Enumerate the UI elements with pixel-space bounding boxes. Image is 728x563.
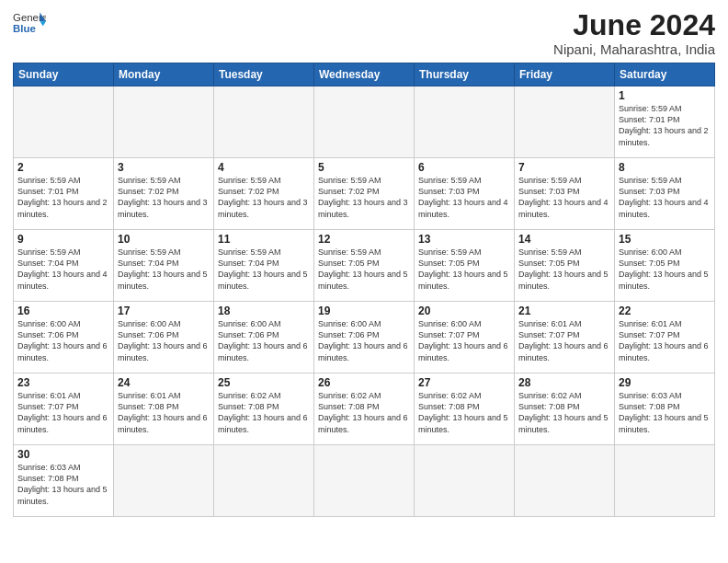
calendar-table: Sunday Monday Tuesday Wednesday Thursday…: [13, 63, 715, 517]
month-year-title: June 2024: [553, 9, 715, 41]
day-number: 6: [418, 161, 510, 174]
svg-marker-3: [40, 21, 46, 26]
table-row: 1Sunrise: 5:59 AM Sunset: 7:01 PM Daylig…: [615, 86, 715, 158]
day-info: Sunrise: 6:01 AM Sunset: 7:07 PM Dayligh…: [619, 318, 711, 363]
table-row: 21Sunrise: 6:01 AM Sunset: 7:07 PM Dayli…: [515, 302, 615, 373]
table-row: 6Sunrise: 5:59 AM Sunset: 7:03 PM Daylig…: [415, 158, 515, 230]
day-number: 21: [518, 304, 610, 317]
table-row: [415, 445, 515, 517]
day-number: 3: [118, 161, 210, 174]
day-info: Sunrise: 6:02 AM Sunset: 7:08 PM Dayligh…: [518, 390, 610, 435]
header-saturday: Saturday: [615, 63, 715, 86]
table-row: 10Sunrise: 5:59 AM Sunset: 7:04 PM Dayli…: [114, 230, 214, 302]
header: General Blue June 2024 Nipani, Maharasht…: [13, 9, 715, 57]
header-monday: Monday: [114, 63, 214, 86]
day-number: 27: [418, 376, 510, 389]
table-row: 3Sunrise: 5:59 AM Sunset: 7:02 PM Daylig…: [114, 158, 214, 230]
calendar-body: 1Sunrise: 5:59 AM Sunset: 7:01 PM Daylig…: [14, 86, 715, 517]
table-row: 13Sunrise: 5:59 AM Sunset: 7:05 PM Dayli…: [415, 230, 515, 302]
svg-text:Blue: Blue: [13, 23, 36, 34]
day-number: 24: [118, 376, 210, 389]
day-info: Sunrise: 5:59 AM Sunset: 7:05 PM Dayligh…: [418, 247, 510, 292]
header-friday: Friday: [515, 63, 615, 86]
day-number: 26: [318, 376, 410, 389]
table-row: 22Sunrise: 6:01 AM Sunset: 7:07 PM Dayli…: [615, 302, 715, 373]
day-info: Sunrise: 5:59 AM Sunset: 7:03 PM Dayligh…: [518, 175, 610, 220]
table-row: 9Sunrise: 5:59 AM Sunset: 7:04 PM Daylig…: [14, 230, 114, 302]
day-info: Sunrise: 6:02 AM Sunset: 7:08 PM Dayligh…: [418, 390, 510, 435]
day-number: 7: [518, 161, 610, 174]
day-info: Sunrise: 6:00 AM Sunset: 7:05 PM Dayligh…: [619, 247, 711, 292]
day-info: Sunrise: 5:59 AM Sunset: 7:03 PM Dayligh…: [619, 175, 711, 220]
table-row: 8Sunrise: 5:59 AM Sunset: 7:03 PM Daylig…: [615, 158, 715, 230]
calendar-header: Sunday Monday Tuesday Wednesday Thursday…: [14, 63, 715, 86]
day-info: Sunrise: 6:00 AM Sunset: 7:06 PM Dayligh…: [318, 318, 410, 363]
header-sunday: Sunday: [14, 63, 114, 86]
table-row: [515, 86, 615, 158]
day-number: 15: [619, 233, 711, 246]
day-number: 16: [17, 304, 109, 317]
table-row: 19Sunrise: 6:00 AM Sunset: 7:06 PM Dayli…: [314, 302, 415, 373]
table-row: 2Sunrise: 5:59 AM Sunset: 7:01 PM Daylig…: [14, 158, 114, 230]
day-info: Sunrise: 6:01 AM Sunset: 7:07 PM Dayligh…: [518, 318, 610, 363]
day-number: 1: [619, 89, 711, 102]
logo: General Blue: [13, 9, 48, 37]
day-number: 13: [418, 233, 510, 246]
header-wednesday: Wednesday: [314, 63, 415, 86]
day-info: Sunrise: 5:59 AM Sunset: 7:05 PM Dayligh…: [318, 247, 410, 292]
day-number: 23: [17, 376, 109, 389]
table-row: 16Sunrise: 6:00 AM Sunset: 7:06 PM Dayli…: [14, 302, 114, 373]
day-number: 29: [619, 376, 711, 389]
day-number: 25: [218, 376, 310, 389]
table-row: [14, 86, 114, 158]
header-thursday: Thursday: [415, 63, 515, 86]
table-row: 4Sunrise: 5:59 AM Sunset: 7:02 PM Daylig…: [214, 158, 314, 230]
table-row: 20Sunrise: 6:00 AM Sunset: 7:07 PM Dayli…: [415, 302, 515, 373]
table-row: 5Sunrise: 5:59 AM Sunset: 7:02 PM Daylig…: [314, 158, 415, 230]
table-row: [214, 86, 314, 158]
table-row: 23Sunrise: 6:01 AM Sunset: 7:07 PM Dayli…: [14, 373, 114, 445]
day-info: Sunrise: 5:59 AM Sunset: 7:03 PM Dayligh…: [418, 175, 510, 220]
page: General Blue June 2024 Nipani, Maharasht…: [0, 0, 728, 563]
day-number: 28: [518, 376, 610, 389]
table-row: 29Sunrise: 6:03 AM Sunset: 7:08 PM Dayli…: [615, 373, 715, 445]
day-number: 30: [17, 448, 109, 461]
day-number: 8: [619, 161, 711, 174]
day-info: Sunrise: 6:00 AM Sunset: 7:07 PM Dayligh…: [418, 318, 510, 363]
day-number: 2: [17, 161, 109, 174]
table-row: 18Sunrise: 6:00 AM Sunset: 7:06 PM Dayli…: [214, 302, 314, 373]
day-number: 18: [218, 304, 310, 317]
day-number: 5: [318, 161, 410, 174]
day-info: Sunrise: 5:59 AM Sunset: 7:04 PM Dayligh…: [118, 247, 210, 292]
day-info: Sunrise: 6:00 AM Sunset: 7:06 PM Dayligh…: [118, 318, 210, 363]
day-number: 11: [218, 233, 310, 246]
table-row: 28Sunrise: 6:02 AM Sunset: 7:08 PM Dayli…: [515, 373, 615, 445]
day-info: Sunrise: 6:03 AM Sunset: 7:08 PM Dayligh…: [619, 390, 711, 435]
day-info: Sunrise: 6:02 AM Sunset: 7:08 PM Dayligh…: [318, 390, 410, 435]
day-number: 9: [17, 233, 109, 246]
day-info: Sunrise: 5:59 AM Sunset: 7:02 PM Dayligh…: [118, 175, 210, 220]
header-tuesday: Tuesday: [214, 63, 314, 86]
day-info: Sunrise: 6:02 AM Sunset: 7:08 PM Dayligh…: [218, 390, 310, 435]
day-info: Sunrise: 5:59 AM Sunset: 7:01 PM Dayligh…: [619, 103, 711, 148]
day-info: Sunrise: 5:59 AM Sunset: 7:02 PM Dayligh…: [218, 175, 310, 220]
day-number: 19: [318, 304, 410, 317]
day-info: Sunrise: 5:59 AM Sunset: 7:04 PM Dayligh…: [17, 247, 109, 292]
day-info: Sunrise: 6:01 AM Sunset: 7:07 PM Dayligh…: [17, 390, 109, 435]
day-number: 10: [118, 233, 210, 246]
day-info: Sunrise: 6:00 AM Sunset: 7:06 PM Dayligh…: [218, 318, 310, 363]
table-row: 30Sunrise: 6:03 AM Sunset: 7:08 PM Dayli…: [14, 445, 114, 517]
table-row: [114, 86, 214, 158]
day-number: 22: [619, 304, 711, 317]
table-row: 15Sunrise: 6:00 AM Sunset: 7:05 PM Dayli…: [615, 230, 715, 302]
day-number: 20: [418, 304, 510, 317]
day-info: Sunrise: 6:00 AM Sunset: 7:06 PM Dayligh…: [17, 318, 109, 363]
day-info: Sunrise: 5:59 AM Sunset: 7:04 PM Dayligh…: [218, 247, 310, 292]
table-row: 14Sunrise: 5:59 AM Sunset: 7:05 PM Dayli…: [515, 230, 615, 302]
table-row: 25Sunrise: 6:02 AM Sunset: 7:08 PM Dayli…: [214, 373, 314, 445]
day-info: Sunrise: 6:01 AM Sunset: 7:08 PM Dayligh…: [118, 390, 210, 435]
table-row: [615, 445, 715, 517]
table-row: [415, 86, 515, 158]
table-row: 27Sunrise: 6:02 AM Sunset: 7:08 PM Dayli…: [415, 373, 515, 445]
weekday-header-row: Sunday Monday Tuesday Wednesday Thursday…: [14, 63, 715, 86]
